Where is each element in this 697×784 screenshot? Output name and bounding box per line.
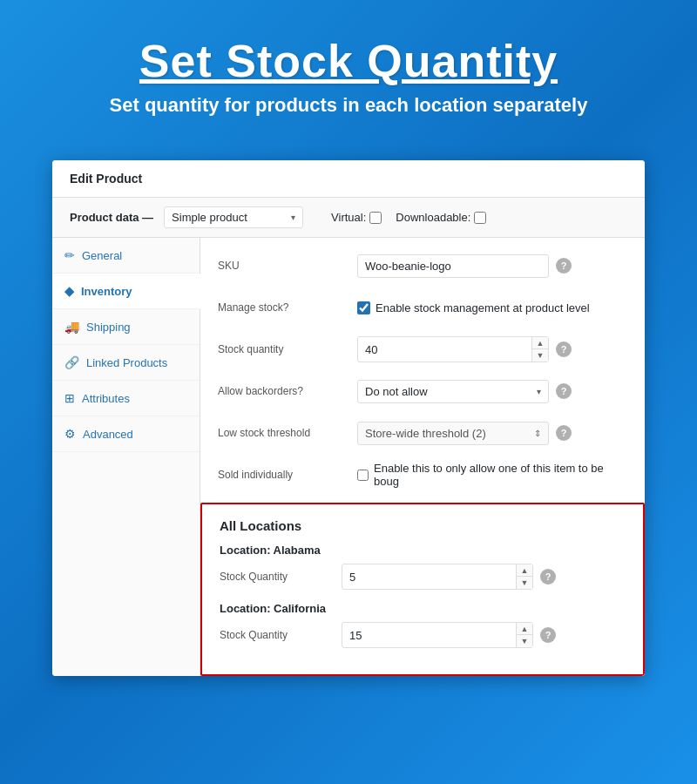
allow-backorders-select[interactable]: Do not allow ▾	[357, 380, 549, 403]
downloadable-label[interactable]: Downloadable:	[396, 211, 486, 224]
product-type-select[interactable]: Simple product ▾	[164, 206, 303, 228]
stock-quantity-spinner: ▲ ▼	[531, 337, 548, 362]
panel-header: Edit Product	[52, 160, 645, 198]
manage-stock-check-row: Enable stock management at product level	[357, 301, 590, 314]
location-alabama-help-icon[interactable]: ?	[540, 569, 556, 585]
sold-individually-value-wrap: Enable this to only allow one of this it…	[357, 462, 627, 488]
low-stock-threshold-help-icon[interactable]: ?	[556, 425, 572, 441]
header-section: Set Stock Quantity Set quantity for prod…	[92, 0, 606, 134]
sidebar-label-inventory: Inventory	[81, 285, 132, 298]
virtual-label-text: Virtual:	[331, 211, 366, 224]
advanced-icon: ⚙	[64, 427, 76, 441]
product-data-bar: Product data — Simple product ▾ Virtual:…	[52, 198, 645, 238]
sub-title: Set quantity for products in each locati…	[110, 94, 588, 117]
allow-backorders-row: Allow backorders? Do not allow ▾ ?	[218, 377, 627, 405]
sidebar-label-linked-products: Linked Products	[86, 356, 167, 369]
location-california-qty-input[interactable]	[342, 625, 516, 646]
downloadable-label-text: Downloadable:	[396, 211, 470, 224]
inventory-icon: ◆	[64, 284, 74, 298]
virtual-label[interactable]: Virtual:	[331, 211, 382, 224]
all-locations-section: All Locations Location: Alabama Stock Qu…	[200, 503, 645, 676]
manage-stock-label: Manage stock?	[218, 301, 357, 314]
low-stock-threshold-value: Store-wide threshold (2)	[365, 427, 486, 440]
wp-panel: Edit Product Product data — Simple produ…	[52, 160, 645, 676]
location-alabama-qty-down[interactable]: ▼	[517, 577, 532, 589]
sidebar-item-linked-products[interactable]: 🔗 Linked Products	[52, 345, 200, 381]
sku-input[interactable]	[357, 254, 549, 278]
sidebar-item-general[interactable]: ✏ General	[52, 238, 200, 274]
sidebar-label-advanced: Advanced	[83, 428, 133, 441]
manage-stock-value-wrap: Enable stock management at product level	[357, 301, 627, 314]
location-alabama-qty-input[interactable]	[342, 566, 516, 588]
location-alabama-name: Location: Alabama	[220, 544, 626, 557]
sidebar-label-attributes: Attributes	[82, 392, 130, 405]
sidebar-item-attributes[interactable]: ⊞ Attributes	[52, 381, 200, 416]
location-california-qty-input-wrap: ▲ ▼	[342, 622, 533, 648]
sidebar-label-shipping: Shipping	[86, 321, 131, 334]
allow-backorders-label: Allow backorders?	[218, 385, 357, 397]
location-alabama-qty-label: Stock Quantity	[220, 571, 342, 583]
all-locations-title: All Locations	[220, 518, 626, 533]
low-stock-threshold-arrow: ⇕	[534, 429, 541, 438]
content-area: ✏ General ◆ Inventory 🚚 Shipping 🔗 Linke…	[52, 238, 645, 676]
sold-individually-checkbox[interactable]	[357, 470, 369, 481]
location-california-qty-up[interactable]: ▲	[517, 623, 532, 635]
low-stock-threshold-value-wrap: Store-wide threshold (2) ⇕ ?	[357, 422, 627, 445]
location-california-qty-down[interactable]: ▼	[517, 635, 532, 647]
virtual-downloadable-row: Virtual: Downloadable:	[331, 211, 486, 224]
stock-quantity-input-wrap: ▲ ▼	[357, 336, 549, 362]
manage-stock-checkbox-label: Enable stock management at product level	[376, 301, 590, 314]
allow-backorders-arrow: ▾	[537, 387, 541, 396]
main-title: Set Stock Quantity	[110, 35, 588, 87]
allow-backorders-value: Do not allow	[365, 385, 428, 398]
sold-individually-checkbox-label: Enable this to only allow one of this it…	[374, 462, 627, 488]
sidebar-item-advanced[interactable]: ⚙ Advanced	[52, 416, 200, 452]
location-california-qty-spinner: ▲ ▼	[516, 623, 532, 647]
product-type-value: Simple product	[172, 211, 247, 224]
location-california-help-icon[interactable]: ?	[540, 627, 556, 643]
attributes-icon: ⊞	[64, 391, 75, 405]
location-alabama-qty-input-wrap: ▲ ▼	[342, 564, 533, 590]
linked-products-icon: 🔗	[64, 355, 79, 369]
stock-quantity-up[interactable]: ▲	[532, 337, 548, 349]
sidebar-label-general: General	[82, 249, 122, 262]
general-icon: ✏	[64, 248, 75, 262]
product-type-arrow: ▾	[291, 213, 295, 222]
location-alabama-qty-value-wrap: ▲ ▼ ?	[342, 564, 626, 590]
stock-quantity-row: Stock quantity ▲ ▼ ?	[218, 335, 627, 363]
product-data-label: Product data —	[70, 211, 153, 224]
stock-quantity-label: Stock quantity	[218, 343, 357, 355]
sidebar: ✏ General ◆ Inventory 🚚 Shipping 🔗 Linke…	[52, 238, 200, 676]
sku-help-icon[interactable]: ?	[556, 258, 572, 274]
low-stock-threshold-select: Store-wide threshold (2) ⇕	[357, 422, 549, 445]
low-stock-threshold-row: Low stock threshold Store-wide threshold…	[218, 419, 627, 447]
manage-stock-checkbox[interactable]	[357, 301, 370, 314]
manage-stock-row: Manage stock? Enable stock management at…	[218, 294, 627, 321]
stock-quantity-value-wrap: ▲ ▼ ?	[357, 336, 627, 362]
stock-quantity-down[interactable]: ▼	[532, 349, 548, 362]
virtual-checkbox[interactable]	[369, 212, 382, 224]
location-california-qty-row: Stock Quantity ▲ ▼ ?	[220, 622, 626, 648]
allow-backorders-help-icon[interactable]: ?	[556, 383, 572, 399]
stock-quantity-input[interactable]	[358, 339, 531, 361]
sold-individually-check-row: Enable this to only allow one of this it…	[357, 462, 627, 488]
sku-value-wrap: ?	[357, 254, 627, 278]
location-california-qty-label: Stock Quantity	[220, 629, 342, 641]
location-california-name: Location: California	[220, 602, 626, 615]
location-alabama-qty-row: Stock Quantity ▲ ▼ ?	[220, 564, 626, 590]
location-california-qty-value-wrap: ▲ ▼ ?	[342, 622, 626, 648]
sidebar-item-shipping[interactable]: 🚚 Shipping	[52, 309, 200, 345]
location-alabama-qty-up[interactable]: ▲	[517, 564, 532, 577]
panel-header-title: Edit Product	[70, 172, 142, 186]
sku-label: SKU	[218, 260, 357, 272]
downloadable-checkbox[interactable]	[474, 212, 486, 224]
low-stock-threshold-label: Low stock threshold	[218, 427, 357, 439]
sidebar-item-inventory[interactable]: ◆ Inventory	[52, 274, 200, 309]
sold-individually-row: Sold individually Enable this to only al…	[218, 461, 627, 489]
sku-row: SKU ?	[218, 252, 627, 280]
sold-individually-label: Sold individually	[218, 469, 357, 481]
stock-quantity-help-icon[interactable]: ?	[556, 341, 572, 357]
location-alabama-qty-spinner: ▲ ▼	[516, 564, 532, 589]
shipping-icon: 🚚	[64, 320, 79, 334]
inventory-content: SKU ? Manage stock? Enable stock managem…	[200, 238, 645, 676]
